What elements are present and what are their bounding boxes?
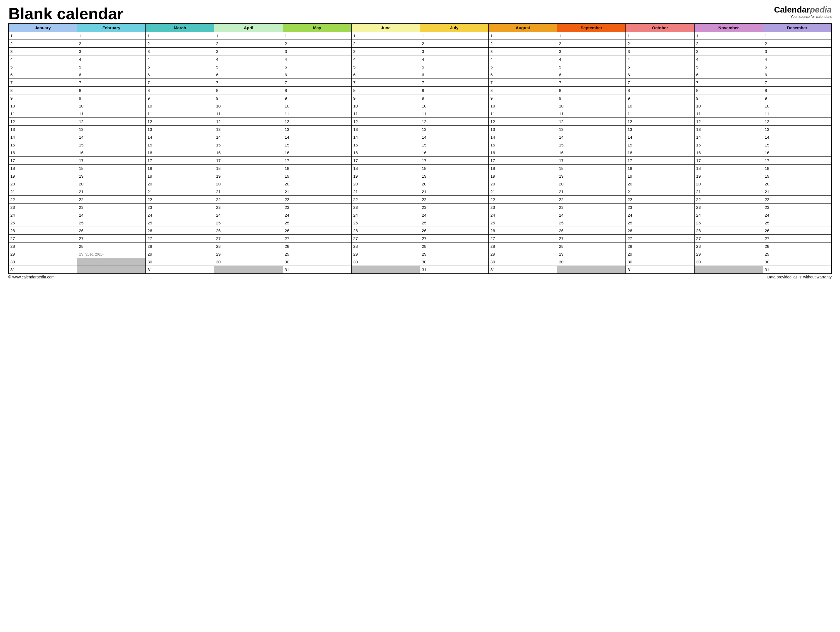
day-cell: 13 — [420, 126, 488, 133]
day-cell: 8 — [351, 87, 420, 95]
day-cell: 26 — [9, 227, 77, 235]
day-cell: 13 — [214, 126, 283, 133]
day-row: 888888888888 — [9, 87, 832, 95]
day-cell: 7 — [763, 79, 831, 87]
page-title: Blank calendar — [8, 6, 123, 22]
day-cell: 1 — [77, 32, 146, 40]
day-cell: 5 — [77, 63, 146, 71]
day-cell: 9 — [146, 95, 214, 102]
day-cell: 4 — [694, 55, 763, 63]
month-header: November — [694, 24, 763, 32]
day-cell: 18 — [283, 164, 351, 172]
day-cell: 7 — [557, 79, 626, 87]
day-cell: 26 — [214, 227, 283, 235]
day-cell: 27 — [420, 235, 488, 243]
day-cell: 14 — [694, 133, 763, 141]
day-cell: 10 — [489, 102, 557, 110]
day-cell: 25 — [283, 219, 351, 227]
day-cell: 22 — [489, 196, 557, 203]
day-row: 999999999999 — [9, 95, 832, 102]
calendar-table: JanuaryFebruaryMarchAprilMayJuneJulyAugu… — [8, 24, 832, 274]
day-cell: 16 — [626, 149, 694, 157]
day-cell: 30 — [694, 258, 763, 266]
copyright-text: © www.calendarpedia.com — [8, 275, 55, 279]
day-cell: 10 — [214, 102, 283, 110]
day-cell: 24 — [489, 211, 557, 219]
day-cell: 27 — [489, 235, 557, 243]
day-cell: 21 — [489, 188, 557, 196]
day-cell: 26 — [694, 227, 763, 235]
day-cell: 25 — [214, 219, 283, 227]
day-cell: 28 — [9, 243, 77, 250]
day-cell: 19 — [146, 172, 214, 180]
day-row: 262626262626262626262626 — [9, 227, 832, 235]
day-cell: 26 — [626, 227, 694, 235]
day-cell: 18 — [489, 164, 557, 172]
day-cell: 16 — [283, 149, 351, 157]
day-cell: 3 — [283, 47, 351, 55]
day-cell: 27 — [283, 235, 351, 243]
day-cell: 5 — [283, 63, 351, 71]
day-cell: 18 — [9, 164, 77, 172]
day-cell: 30 — [557, 258, 626, 266]
day-cell: 4 — [626, 55, 694, 63]
day-cell: 2 — [77, 40, 146, 47]
day-cell: 10 — [283, 102, 351, 110]
day-cell: 8 — [77, 87, 146, 95]
day-row: 666666666666 — [9, 71, 832, 79]
day-cell: 2 — [557, 40, 626, 47]
day-cell: 25 — [694, 219, 763, 227]
day-cell: 20 — [351, 180, 420, 188]
day-cell: 20 — [9, 180, 77, 188]
day-cell: 31 — [146, 266, 214, 274]
month-header: July — [420, 24, 488, 32]
day-cell: 30 — [283, 258, 351, 266]
day-cell: 24 — [557, 211, 626, 219]
day-cell: 25 — [351, 219, 420, 227]
day-cell: 3 — [626, 47, 694, 55]
day-cell: 13 — [763, 126, 831, 133]
day-cell: 24 — [146, 211, 214, 219]
day-row: 242424242424242424242424 — [9, 211, 832, 219]
day-cell: 15 — [146, 141, 214, 149]
day-cell: 21 — [9, 188, 77, 196]
day-row: 444444444444 — [9, 55, 832, 63]
day-cell: 29 — [489, 250, 557, 258]
day-cell: 29 — [146, 250, 214, 258]
warranty-text: Data provided 'as is' without warranty — [767, 275, 832, 279]
day-cell: 9 — [557, 95, 626, 102]
day-cell: 13 — [351, 126, 420, 133]
day-row: 151515151515151515151515 — [9, 141, 832, 149]
day-cell: 28 — [77, 243, 146, 250]
day-cell: 5 — [9, 63, 77, 71]
day-cell: 3 — [763, 47, 831, 55]
day-cell: 22 — [626, 196, 694, 203]
day-cell: 4 — [420, 55, 488, 63]
day-cell: 14 — [214, 133, 283, 141]
day-cell — [77, 266, 146, 274]
day-row: 111111111111 — [9, 32, 832, 40]
day-cell: 5 — [146, 63, 214, 71]
day-cell: 26 — [77, 227, 146, 235]
day-cell: 12 — [283, 118, 351, 126]
day-cell: 13 — [283, 126, 351, 133]
day-cell: 21 — [351, 188, 420, 196]
day-cell: 23 — [77, 203, 146, 211]
day-cell: 15 — [351, 141, 420, 149]
day-row: 161616161616161616161616 — [9, 149, 832, 157]
day-cell: 3 — [146, 47, 214, 55]
day-cell: 26 — [146, 227, 214, 235]
day-cell: 10 — [9, 102, 77, 110]
day-cell: 4 — [763, 55, 831, 63]
day-cell — [557, 266, 626, 274]
day-cell: 14 — [77, 133, 146, 141]
day-cell: 2 — [694, 40, 763, 47]
day-cell: 28 — [146, 243, 214, 250]
day-cell: 24 — [214, 211, 283, 219]
day-cell: 29 — [420, 250, 488, 258]
day-cell: 9 — [420, 95, 488, 102]
day-cell: 23 — [283, 203, 351, 211]
day-cell: 3 — [694, 47, 763, 55]
day-cell — [694, 266, 763, 274]
day-cell: 7 — [489, 79, 557, 87]
